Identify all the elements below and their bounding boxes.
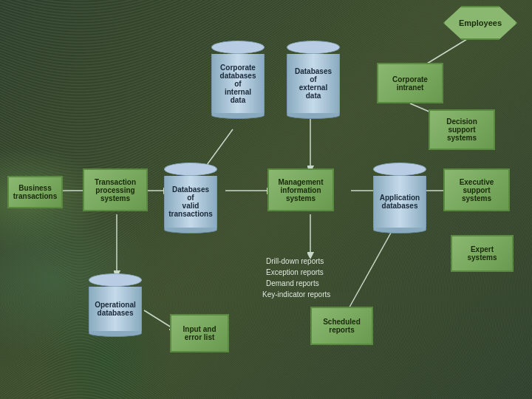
- databases-valid-node: Databasesofvalidtransactions: [164, 163, 217, 233]
- corporate-intranet-label: Corporate intranet: [383, 75, 437, 92]
- operational-databases-label: Operationaldatabases: [89, 287, 142, 331]
- application-databases-label: Applicationdatabases: [373, 176, 426, 228]
- operational-databases-node: Operationaldatabases: [89, 273, 142, 337]
- transaction-processing-label: Transactionprocessingsystems: [95, 178, 136, 202]
- management-info-label: Managementinformationsystems: [278, 178, 323, 202]
- scheduled-reports-label: Scheduledreports: [323, 318, 361, 334]
- application-databases-node: Applicationdatabases: [373, 163, 426, 233]
- databases-valid-label: Databasesofvalidtransactions: [164, 176, 217, 228]
- decision-support-node: Decisionsupportsystems: [429, 109, 495, 150]
- cyl-top-3: [164, 163, 217, 176]
- databases-external-label: Databasesofexternaldata: [287, 54, 340, 113]
- expert-systems-node: Expert systems: [451, 235, 514, 272]
- employees-node: Employees: [443, 6, 517, 40]
- cyl-top-5: [89, 273, 142, 287]
- cyl-top-2: [287, 41, 340, 54]
- scheduled-reports-node: Scheduledreports: [310, 307, 373, 345]
- business-transactions-node: Businesstransactions: [7, 176, 63, 208]
- exception-reports-label: Exception reports: [266, 268, 384, 276]
- executive-support-node: Executivesupportsystems: [443, 168, 510, 211]
- cyl-top-4: [373, 163, 426, 176]
- transaction-processing-node: Transactionprocessingsystems: [83, 168, 148, 211]
- cyl-top-1: [211, 41, 265, 54]
- corporate-internal-label: Corporatedatabasesofinternaldata: [211, 54, 265, 113]
- drill-down-label: Drill-down reports: [266, 257, 384, 265]
- expert-systems-label: Expert systems: [457, 245, 508, 262]
- management-info-node: Managementinformationsystems: [267, 168, 334, 211]
- databases-external-node: Databasesofexternaldata: [287, 41, 340, 119]
- executive-support-label: Executivesupportsystems: [460, 178, 494, 202]
- decision-support-label: Decisionsupportsystems: [446, 117, 477, 142]
- key-indicator-label: Key-indicator reports: [262, 290, 386, 299]
- demand-reports-label: Demand reports: [266, 279, 384, 287]
- corporate-intranet-node: Corporate intranet: [377, 63, 443, 103]
- business-transactions-label: Businesstransactions: [13, 184, 57, 200]
- input-error-list-node: Input anderror list: [170, 314, 229, 352]
- employees-label: Employees: [443, 6, 517, 40]
- input-error-list-label: Input anderror list: [183, 325, 216, 341]
- corporate-internal-node: Corporatedatabasesofinternaldata: [211, 41, 265, 119]
